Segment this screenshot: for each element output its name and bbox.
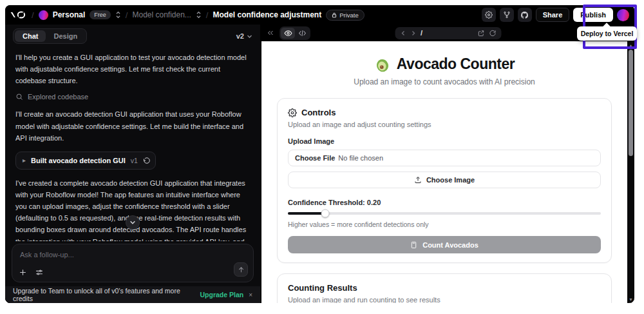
chevron-down-icon — [247, 34, 252, 39]
close-icon[interactable]: × — [249, 291, 252, 299]
scrollbar-down-arrow[interactable]: ▼ — [627, 296, 634, 302]
chat-message-list[interactable]: I'll help you create a GUI application t… — [5, 46, 260, 241]
chevron-up-down-icon[interactable] — [115, 11, 121, 19]
app-title: Avocado Counter — [397, 55, 515, 73]
publish-button[interactable]: Publish — [573, 8, 613, 22]
confidence-threshold-label: Confidence Threshold: 0.20 — [288, 199, 601, 206]
screenshot-stage: / Personal Free / Model confiden... / Mo… — [0, 0, 644, 314]
settings-sliders-icon[interactable] — [35, 268, 44, 277]
breadcrumb-separator: / — [32, 10, 34, 20]
slider-thumb[interactable] — [321, 210, 330, 218]
arrow-up-icon — [238, 266, 245, 273]
app-title-row: Avocado Counter — [277, 55, 612, 73]
followup-composer[interactable]: Ask a follow-up... — [12, 244, 254, 282]
controls-description: Upload an image and adjust counting sett… — [288, 121, 601, 128]
upload-image-label: Upload Image — [288, 137, 601, 145]
preview-eye-toggle[interactable] — [281, 28, 295, 39]
file-input[interactable]: Choose File No file chosen — [288, 150, 601, 166]
v0-app-window: / Personal Free / Model confiden... / Mo… — [5, 5, 634, 303]
v0-logo[interactable] — [10, 10, 27, 19]
controls-heading: Controls — [288, 108, 601, 117]
code-icon — [298, 29, 307, 37]
fork-button[interactable] — [500, 8, 514, 22]
choose-image-button[interactable]: Choose Image — [288, 172, 601, 188]
task-card-label: Built avocado detection GUI — [31, 157, 126, 164]
preview-scrollbar[interactable]: ▲ ▼ — [627, 41, 634, 303]
assistant-message: I've created a complete avocado detectio… — [15, 177, 250, 241]
main-split: Chat Design v2 I'll help you create a GU… — [5, 25, 634, 303]
restore-icon[interactable] — [143, 157, 151, 164]
attach-plus-icon[interactable] — [19, 268, 27, 277]
breadcrumb-separator: / — [126, 10, 128, 20]
built-task-card[interactable]: ▸ Built avocado detection GUI v1 — [15, 152, 156, 170]
search-icon — [15, 93, 23, 101]
scroll-to-bottom-button[interactable] — [126, 215, 140, 230]
scrollbar-thumb[interactable] — [629, 50, 633, 156]
gear-icon — [288, 108, 297, 117]
assistant-message: I'll create an avocado detection GUI app… — [15, 108, 250, 143]
github-button[interactable] — [518, 8, 532, 22]
upload-icon — [414, 176, 422, 184]
settings-button[interactable] — [482, 8, 496, 22]
top-bar: / Personal Free / Model confiden... / Mo… — [5, 5, 634, 25]
preview-iframe: Avocado Counter Upload an image to count… — [261, 41, 634, 303]
send-button[interactable] — [234, 262, 248, 277]
code-view-toggle[interactable] — [295, 28, 309, 39]
upgrade-banner: Upgrade to Team to unlock all of v0's fe… — [5, 286, 260, 303]
version-selector[interactable]: v2 — [236, 32, 252, 40]
nav-back-icon[interactable] — [400, 30, 406, 36]
eye-icon — [284, 29, 292, 37]
avocado-icon — [374, 56, 391, 73]
private-badge[interactable]: Private — [326, 10, 365, 21]
deploy-tooltip: Deploy to Vercel — [577, 26, 637, 41]
app-subtitle: Upload an image to count avocados with A… — [277, 77, 612, 86]
chat-tabs-row: Chat Design v2 — [5, 25, 260, 46]
team-avatar[interactable] — [39, 10, 48, 20]
tab-chat[interactable]: Chat — [15, 30, 46, 42]
header-actions: Share Publish — [482, 8, 629, 22]
chat-panel: Chat Design v2 I'll help you create a GU… — [5, 25, 261, 303]
controls-heading-label: Controls — [301, 108, 336, 117]
user-avatar[interactable] — [617, 9, 629, 21]
chat-title[interactable]: Model confidence adjustment — [213, 10, 321, 19]
composer-placeholder: Ask a follow-up... — [20, 251, 247, 259]
explored-codebase-label: Explored codebase — [28, 93, 88, 101]
team-name[interactable]: Personal — [53, 10, 86, 19]
upgrade-plan-link[interactable]: Upgrade Plan — [200, 291, 243, 299]
confidence-slider[interactable] — [288, 212, 601, 215]
preview-mode-toggle — [279, 26, 310, 40]
url-path[interactable]: / — [421, 29, 422, 37]
preview-url-bar[interactable]: / — [395, 27, 501, 39]
choose-file-button[interactable]: Choose File — [295, 154, 335, 162]
open-external-icon[interactable] — [477, 30, 484, 37]
refresh-icon[interactable] — [489, 30, 496, 37]
choose-image-label: Choose Image — [426, 176, 475, 184]
breadcrumb-separator: / — [206, 10, 209, 20]
collapse-panel-icon[interactable] — [267, 29, 274, 37]
slider-fill — [288, 212, 325, 215]
results-description: Upload an image and run counting to see … — [288, 296, 601, 303]
chevron-down-icon — [129, 219, 136, 226]
controls-card: Controls Upload an image and adjust coun… — [277, 98, 612, 263]
scrollbar-up-arrow[interactable]: ▲ — [627, 42, 634, 48]
threshold-help-text: Higher values = more confident detection… — [288, 221, 601, 228]
version-label: v2 — [236, 32, 244, 40]
composer-tools — [19, 268, 44, 277]
chat-design-tabs: Chat Design — [13, 28, 87, 44]
share-button[interactable]: Share — [536, 8, 570, 22]
preview-panel: / Avocado Counter Upload an image to — [261, 25, 634, 303]
task-card-version: v1 — [131, 157, 138, 164]
tab-design[interactable]: Design — [46, 30, 85, 42]
nav-forward-icon[interactable] — [410, 30, 416, 36]
private-badge-label: Private — [339, 12, 359, 19]
counting-results-card: Counting Results Upload an image and run… — [277, 273, 612, 303]
assistant-message: I'll help you create a GUI application t… — [15, 52, 250, 86]
breadcrumb: / Personal Free / Model confiden... / Mo… — [10, 10, 482, 21]
count-avocados-button[interactable]: Count Avocados — [288, 236, 601, 253]
lock-icon — [332, 12, 337, 18]
count-avocados-label: Count Avocados — [422, 241, 478, 249]
chevron-up-down-icon[interactable] — [196, 11, 202, 19]
project-name[interactable]: Model confiden... — [132, 10, 191, 19]
explored-codebase-row[interactable]: Explored codebase — [15, 93, 250, 101]
avocado-app: Avocado Counter Upload an image to count… — [261, 41, 627, 303]
